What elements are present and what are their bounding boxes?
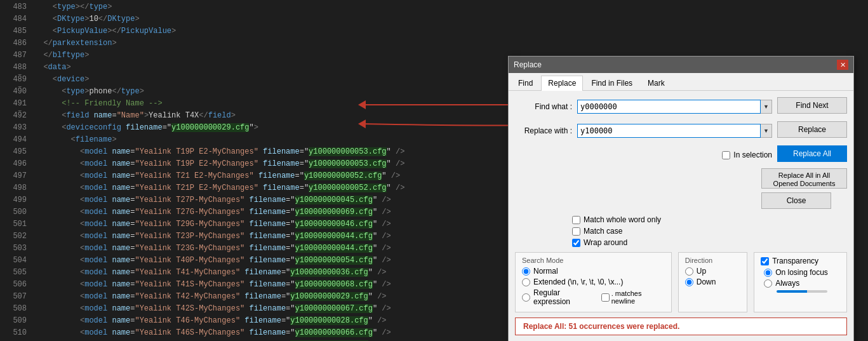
in-selection-row: In selection Replace All	[572, 145, 847, 164]
transparency-header: Transparency	[761, 257, 840, 265]
options-area: Match whole word only Match case Wrap ar…	[515, 215, 847, 247]
search-mode-section: Search Mode Normal Extended (\n, \r, \t,…	[515, 252, 672, 312]
fold-icon-489[interactable]: −	[18, 84, 25, 91]
direction-down-radio[interactable]	[685, 278, 693, 286]
transparency-on-losing-focus-radio[interactable]	[764, 269, 772, 277]
transparency-losing-focus-row: On losing focus	[764, 268, 840, 277]
in-selection-checkbox[interactable]	[722, 151, 730, 159]
direction-section: Direction Up Down	[678, 252, 747, 312]
match-whole-word-row: Match whole word only	[572, 215, 847, 224]
replace-label: Replace with :	[515, 126, 572, 135]
fold-icon-488[interactable]: −	[18, 72, 25, 79]
find-label: Find what :	[515, 102, 572, 111]
replace-input[interactable]	[577, 124, 761, 138]
tab-mark[interactable]: Mark	[641, 76, 672, 90]
status-message: Replace All: 51 occurrences were replace…	[515, 318, 847, 335]
replace-all-opened-row: Replace All in All Opened Documents Clos…	[572, 168, 847, 211]
in-selection-label: In selection	[733, 150, 772, 159]
dialog-body: Find what : ▼ Find Next Replace with : ▼…	[509, 91, 853, 341]
direction-up-row: Up	[685, 267, 740, 276]
match-whole-word-checkbox[interactable]	[572, 216, 580, 224]
code-line-486: </parkextension>	[32, 37, 868, 50]
sections-row: Search Mode Normal Extended (\n, \r, \t,…	[515, 252, 847, 312]
find-row: Find what : ▼ Find Next	[515, 97, 847, 116]
dialog-titlebar: Replace ✕	[509, 57, 853, 73]
transparency-options: On losing focus Always	[764, 268, 840, 293]
close-button[interactable]: ✕	[837, 60, 848, 70]
transparency-checkbox[interactable]	[761, 257, 769, 265]
replace-dropdown-arrow[interactable]: ▼	[761, 124, 772, 138]
match-whole-word-label: Match whole word only	[584, 215, 661, 224]
match-case-row: Match case	[572, 227, 847, 236]
search-extended-radio[interactable]	[522, 278, 530, 286]
search-extended-label: Extended (\n, \r, \t, \0, \x...)	[533, 277, 623, 286]
tab-find-in-files[interactable]: Find in Files	[584, 76, 639, 90]
code-line-483: <type></type>	[32, 1, 868, 13]
direction-title: Direction	[685, 257, 740, 264]
search-extended-row: Extended (\n, \r, \t, \0, \x...)	[522, 277, 665, 286]
transparency-slider[interactable]	[777, 290, 827, 293]
replace-all-opened-button[interactable]: Replace All in All Opened Documents	[761, 168, 847, 189]
search-regex-radio[interactable]	[522, 293, 530, 302]
search-regex-row: Regular expression . matches newline	[522, 288, 665, 306]
match-case-checkbox[interactable]	[572, 227, 580, 236]
direction-down-row: Down	[685, 277, 740, 286]
replace-button[interactable]: Replace	[777, 121, 847, 138]
direction-down-label: Down	[697, 277, 716, 286]
search-normal-label: Normal	[533, 267, 558, 276]
dialog-close-button[interactable]: Close	[761, 192, 831, 209]
transparency-always-radio[interactable]	[764, 279, 772, 288]
search-regex-label: Regular expression	[533, 288, 596, 306]
replace-row: Replace with : ▼ Replace	[515, 121, 847, 140]
transparency-label: Transparency	[772, 257, 818, 265]
match-case-label: Match case	[584, 227, 622, 236]
tab-find[interactable]: Find	[511, 76, 540, 90]
find-input[interactable]	[577, 100, 761, 114]
search-mode-title: Search Mode	[522, 257, 665, 264]
transparency-section: Transparency On losing focus Always	[754, 252, 847, 312]
line-numbers: − − − 4834844854864874884894904914924934…	[0, 0, 32, 341]
tab-replace[interactable]: Replace	[541, 76, 583, 91]
matches-newline-label: . matches newline	[611, 290, 665, 305]
transparency-on-losing-focus-label: On losing focus	[775, 268, 828, 277]
dialog-tabs: Find Replace Find in Files Mark	[509, 73, 853, 91]
matches-newline-checkbox[interactable]	[601, 293, 610, 302]
dialog-title: Replace	[514, 60, 542, 69]
transparency-slider-row	[764, 290, 840, 293]
replace-dialog: Replace ✕ Find Replace Find in Files Mar…	[508, 56, 854, 341]
fold-icon-493[interactable]: −	[18, 108, 25, 116]
code-line-484: <DKtype>10</DKtype>	[32, 13, 868, 25]
transparency-always-label: Always	[775, 279, 799, 288]
find-next-button[interactable]: Find Next	[777, 97, 847, 114]
replace-all-button[interactable]: Replace All	[777, 145, 847, 162]
search-normal-radio[interactable]	[522, 267, 530, 276]
direction-up-radio[interactable]	[685, 267, 693, 276]
wrap-around-checkbox[interactable]	[572, 239, 580, 247]
search-normal-row: Normal	[522, 267, 665, 276]
find-dropdown-arrow[interactable]: ▼	[761, 100, 772, 114]
wrap-around-row: Wrap around	[572, 238, 847, 247]
code-line-485: <PickupValue></PickupValue>	[32, 25, 868, 37]
wrap-around-label: Wrap around	[584, 238, 627, 247]
direction-up-label: Up	[697, 267, 706, 276]
transparency-always-row: Always	[764, 279, 840, 288]
